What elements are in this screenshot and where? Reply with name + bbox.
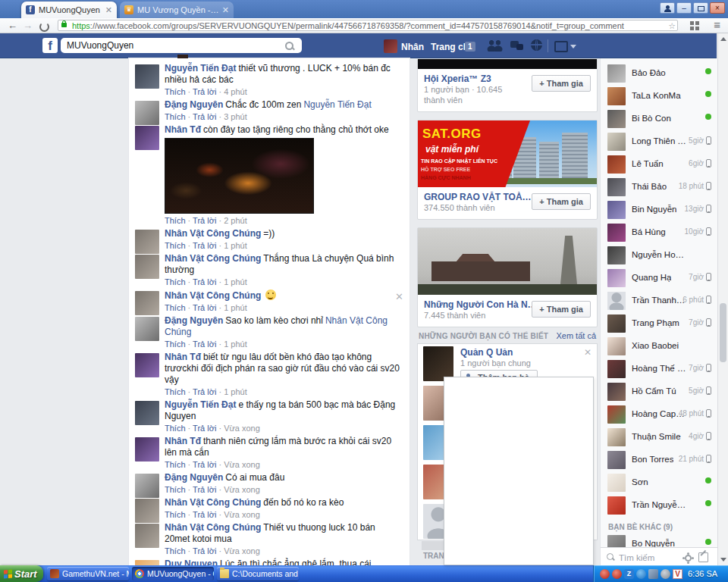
group-title-link[interactable]: Những Người Con Hà Na... [424, 299, 538, 310]
reply-link[interactable]: Trả lời [193, 303, 216, 312]
vietkey-tray-icon[interactable]: V [673, 569, 682, 579]
commenter-name-link[interactable]: Nhân Tđ [165, 124, 201, 135]
commenter-avatar[interactable] [135, 499, 159, 523]
friend-requests-icon[interactable] [487, 40, 504, 52]
reply-link[interactable]: Trả lời [193, 340, 216, 349]
like-link[interactable]: Thích [165, 216, 186, 225]
comment-photo[interactable] [165, 138, 314, 214]
commenter-avatar[interactable] [135, 101, 159, 125]
chat-contact-row[interactable]: Quang Hạ 7giờ [601, 267, 717, 289]
reply-link[interactable]: Trả lời [193, 241, 216, 250]
bookmark-star-icon[interactable]: ☆ [668, 20, 676, 31]
commenter-avatar[interactable] [135, 401, 159, 425]
address-bar[interactable]: https://www.facebook.com/groups/SERVERVU… [58, 20, 678, 31]
commenter-name-link[interactable]: Nhân Tđ [165, 352, 201, 362]
chat-contact-row[interactable]: Bon Torres 21 phút [601, 449, 717, 471]
chat-contact-row[interactable]: Thuận Smile 4giờ [601, 426, 717, 449]
chrome-menu-icon[interactable]: ≡ [714, 18, 720, 31]
chat-contact-row[interactable]: Trang Phạm 7giờ [601, 312, 717, 335]
chat-contact-row[interactable]: Trần Nguyễn Duy Tu... [601, 494, 717, 517]
commenter-avatar[interactable] [135, 126, 159, 150]
scroll-down-arrow[interactable] [720, 558, 726, 562]
tab-close-icon[interactable]: ✕ [105, 6, 112, 14]
join-group-button[interactable]: + Tham gia [532, 301, 591, 318]
commenter-name-link[interactable]: Đặng Nguyên [165, 99, 223, 110]
maximize-button[interactable] [693, 2, 708, 14]
chat-contact-row[interactable]: Bi Bò Con [601, 108, 717, 130]
chat-contact-row[interactable]: Hoàng Capri... 48 phút [601, 403, 717, 426]
chat-contact-row[interactable]: Sơn [601, 471, 717, 494]
like-link[interactable]: Thích [165, 510, 186, 519]
chat-contact-row[interactable]: Xiao Baobei [601, 335, 717, 358]
like-link[interactable]: Thích [165, 424, 186, 433]
reload-button[interactable] [39, 22, 49, 32]
zalo-tray-icon[interactable]: Z [624, 569, 634, 579]
like-link[interactable]: Thích [165, 112, 186, 121]
commenter-name-link[interactable]: Nhân Vật Công Chúng [165, 228, 261, 239]
commenter-name-link[interactable]: Đặng Nguyên [165, 472, 223, 483]
reply-link[interactable]: Trả lời [193, 277, 216, 286]
chat-contact-row[interactable]: Trần Thanh Ph... 6 phút [601, 289, 717, 312]
join-group-button[interactable]: + Tham gia [532, 75, 591, 92]
chat-search-input[interactable] [617, 550, 681, 565]
commenter-avatar[interactable] [135, 317, 159, 341]
like-link[interactable]: Thích [165, 546, 186, 555]
commenter-avatar[interactable] [135, 255, 159, 279]
commenter-avatar[interactable] [135, 437, 159, 462]
chat-contact-row[interactable]: Hoàng Thế Long 7giờ [601, 358, 717, 380]
commenter-avatar[interactable] [135, 230, 159, 254]
commenter-name-link[interactable]: Nhân Vật Công Chúng [165, 290, 261, 301]
mu-tray-icon-2[interactable] [612, 569, 622, 579]
commenter-name-link[interactable]: Nguyễn Tiến Đạt [165, 399, 236, 410]
like-link[interactable]: Thích [165, 277, 186, 286]
suggestion-name-link[interactable]: Quản Q Uản [460, 347, 513, 358]
profile-avatar[interactable] [384, 39, 397, 53]
commenter-name-link[interactable]: Nhân Vật Công Chúng [165, 497, 261, 508]
settings-caret-icon[interactable] [570, 45, 576, 48]
profile-link[interactable]: Nhân [401, 42, 424, 52]
see-all-link[interactable]: Xem tất cả [556, 331, 596, 340]
reply-link[interactable]: Trả lời [193, 387, 216, 396]
commenter-name-link[interactable]: Nhân Tđ [165, 436, 201, 446]
privacy-shortcuts-icon[interactable] [554, 41, 568, 52]
facebook-logo[interactable]: f [42, 38, 58, 53]
like-link[interactable]: Thích [165, 387, 186, 396]
commenter-avatar[interactable] [135, 474, 159, 498]
dismiss-suggestion-icon[interactable]: ✕ [584, 347, 592, 358]
tab-close-icon[interactable]: ✕ [222, 6, 229, 14]
like-link[interactable]: Thích [165, 340, 186, 349]
chat-contact-row[interactable]: Bá Hùng 10giờ [601, 221, 717, 244]
group-cover-photo[interactable] [418, 228, 597, 295]
commenter-name-link[interactable]: Nhân Vật Công Chúng [165, 522, 261, 533]
commenter-avatar[interactable] [135, 524, 159, 548]
minimize-button[interactable]: – [676, 2, 692, 14]
notifications-globe-icon[interactable] [531, 39, 542, 51]
scroll-up-arrow[interactable] [720, 37, 726, 41]
profile-window-button[interactable] [660, 2, 675, 14]
browser-tab-gamethu[interactable]: ♛ MU Vương Quyền - Gamethu ✕ [120, 2, 234, 18]
back-button[interactable]: ← [8, 19, 17, 32]
reply-link[interactable]: Trả lời [193, 424, 216, 433]
browser-tab-facebook[interactable]: f MUVuongQuyen ✕ [21, 2, 117, 18]
chat-contact-row[interactable]: Bảo Đảo [601, 62, 717, 85]
clock-tray-icon[interactable] [661, 569, 670, 579]
group-cover-photo[interactable] [418, 59, 597, 69]
facebook-search-input[interactable] [61, 38, 302, 53]
chat-contact-row[interactable]: Bin Nguyễn 13giờ [601, 199, 717, 221]
forward-button[interactable]: → [23, 19, 33, 32]
chat-settings-gear-icon[interactable] [685, 555, 692, 562]
chat-contact-row[interactable]: Nguyễn Hoàng Tốt [601, 244, 717, 267]
reply-link[interactable]: Trả lời [193, 510, 216, 519]
extension-icon[interactable] [690, 21, 699, 30]
group-title-link[interactable]: Hội Xperia™ Z3 [424, 74, 538, 84]
reply-link[interactable]: Trả lời [193, 87, 216, 96]
like-link[interactable]: Thích [165, 87, 186, 96]
mention-link[interactable]: Nguyễn Tiến Đạt [303, 99, 371, 110]
page-scrollbar[interactable] [717, 33, 728, 565]
chat-contact-row[interactable]: Thái Bảo 18 phút [601, 176, 717, 199]
messages-icon[interactable] [510, 40, 526, 52]
scrollbar-thumb[interactable] [720, 303, 726, 362]
new-message-icon[interactable] [698, 552, 708, 562]
commenter-name-link[interactable]: Nguyễn Tiến Đạt [165, 63, 236, 74]
chat-contact-row[interactable]: Long Thiên Tăng 5giờ [601, 130, 717, 153]
